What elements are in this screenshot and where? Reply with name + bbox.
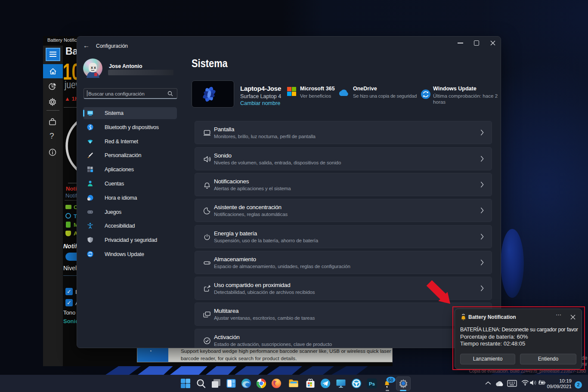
svg-text:x: x xyxy=(91,65,93,70)
svg-text:x: x xyxy=(94,65,96,70)
svg-text:60: 60 xyxy=(388,377,393,383)
svg-text:Ps: Ps xyxy=(369,381,375,386)
